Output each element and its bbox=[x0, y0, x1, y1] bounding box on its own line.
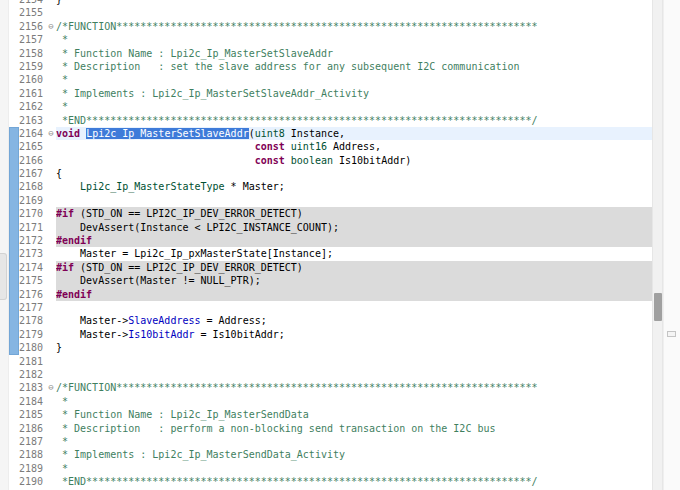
line-number: 2180 bbox=[19, 341, 46, 354]
annotation-ruler bbox=[0, 0, 9, 490]
code-token: * Function Name : Lpi2c_Ip_MasterSendDat… bbox=[56, 409, 309, 420]
code-text[interactable]: * bbox=[56, 73, 652, 86]
code-text[interactable]: /*FUNCTION******************************… bbox=[56, 381, 652, 394]
code-line: 2170#if (STD_ON == LPI2C_IP_DEV_ERROR_DE… bbox=[19, 207, 652, 220]
code-text[interactable] bbox=[56, 194, 652, 207]
code-text[interactable]: /*FUNCTION******************************… bbox=[56, 20, 652, 33]
line-number: 2176 bbox=[19, 288, 46, 301]
code-token: SlaveAddress bbox=[128, 315, 200, 326]
code-text[interactable]: *END************************************… bbox=[56, 114, 652, 127]
overview-annotation-marker[interactable] bbox=[667, 331, 676, 337]
code-text[interactable] bbox=[56, 355, 652, 368]
line-number: 2184 bbox=[19, 395, 46, 408]
code-token: * bbox=[56, 74, 68, 85]
code-text[interactable]: * bbox=[56, 462, 652, 475]
code-token: * bbox=[56, 101, 68, 112]
line-number: 2179 bbox=[19, 328, 46, 341]
code-text[interactable]: * Function Name : Lpi2c_Ip_MasterSetSlav… bbox=[56, 47, 652, 60]
line-number: 2185 bbox=[19, 408, 46, 421]
code-token bbox=[56, 181, 80, 192]
code-token: * Description : set the slave address fo… bbox=[56, 61, 520, 72]
fold-column bbox=[46, 395, 56, 408]
code-line: 2166 const boolean Is10bitAddr) bbox=[19, 154, 652, 167]
code-token: uint8 bbox=[255, 128, 285, 139]
line-number: 2187 bbox=[19, 435, 46, 448]
line-number: 2156 bbox=[19, 20, 46, 33]
code-text[interactable]: * bbox=[56, 395, 652, 408]
code-text[interactable] bbox=[56, 368, 652, 381]
code-text[interactable]: void Lpi2c_Ip_MasterSetSlaveAddr(uint8 I… bbox=[56, 127, 652, 140]
code-text[interactable]: const boolean Is10bitAddr) bbox=[56, 154, 652, 167]
code-line: 2186 * Description : perform a non-block… bbox=[19, 422, 652, 435]
line-number: 2163 bbox=[19, 114, 46, 127]
fold-column bbox=[46, 314, 56, 327]
code-line: 2189 * bbox=[19, 462, 652, 475]
code-text[interactable]: Master->Is10bitAddr = Is10bitAddr; bbox=[56, 328, 652, 341]
code-token: * Master; bbox=[225, 181, 285, 192]
fold-column bbox=[46, 368, 56, 381]
code-text[interactable]: * bbox=[56, 435, 652, 448]
code-token: #endif bbox=[56, 235, 92, 246]
code-text[interactable]: #if (STD_ON == LPI2C_IP_DEV_ERROR_DETECT… bbox=[56, 261, 652, 274]
collapsed-panel-tab[interactable] bbox=[0, 253, 7, 300]
selected-identifier: Lpi2c_Ip_MasterSetSlaveAddr bbox=[86, 128, 249, 139]
code-text[interactable] bbox=[56, 6, 652, 19]
code-token: Address, bbox=[327, 141, 381, 152]
fold-collapse-icon[interactable]: ⊖ bbox=[46, 20, 56, 33]
code-text[interactable]: * bbox=[56, 100, 652, 113]
code-line: 2165 const uint16 Address, bbox=[19, 140, 652, 153]
code-token: * Description : perform a non-blocking s… bbox=[56, 423, 496, 434]
scrollbar-thumb[interactable] bbox=[654, 293, 662, 321]
line-number: 2160 bbox=[19, 73, 46, 86]
fold-collapse-icon[interactable]: ⊖ bbox=[46, 127, 56, 140]
fold-column bbox=[46, 288, 56, 301]
code-text[interactable]: } bbox=[56, 341, 652, 354]
code-line: 2171 DevAssert(Instance < LPI2C_INSTANCE… bbox=[19, 221, 652, 234]
code-text[interactable]: * Implements : Lpi2c_Ip_MasterSendData_A… bbox=[56, 448, 652, 461]
code-text[interactable]: Master = Lpi2c_Ip_pxMasterState[Instance… bbox=[56, 247, 652, 260]
code-text[interactable]: DevAssert(Instance < LPI2C_INSTANCE_COUN… bbox=[56, 221, 652, 234]
code-text[interactable]: * Description : set the slave address fo… bbox=[56, 60, 652, 73]
code-text[interactable]: *END************************************… bbox=[56, 475, 652, 488]
code-token: * bbox=[56, 34, 68, 45]
code-token bbox=[56, 155, 255, 166]
line-number: 2157 bbox=[19, 33, 46, 46]
code-token: const bbox=[255, 141, 285, 152]
code-token: const bbox=[255, 155, 285, 166]
fold-column bbox=[46, 301, 56, 314]
code-text[interactable]: { bbox=[56, 167, 652, 180]
fold-collapse-icon[interactable]: ⊖ bbox=[46, 381, 56, 394]
fold-column bbox=[46, 261, 56, 274]
code-text[interactable]: const uint16 Address, bbox=[56, 140, 652, 153]
code-line: 2177 bbox=[19, 301, 652, 314]
code-line: 2157 * bbox=[19, 33, 652, 46]
fold-column bbox=[46, 328, 56, 341]
fold-column bbox=[46, 422, 56, 435]
code-text[interactable]: * bbox=[56, 33, 652, 46]
code-token: Instance, bbox=[285, 128, 345, 139]
line-number: 2158 bbox=[19, 47, 46, 60]
code-token: *END************************************… bbox=[56, 115, 538, 126]
line-number: 2159 bbox=[19, 60, 46, 73]
code-token: (STD_ON == LPI2C_IP_DEV_ERROR_DETECT) bbox=[74, 208, 303, 219]
code-line: 2164⊖void Lpi2c_Ip_MasterSetSlaveAddr(ui… bbox=[19, 127, 652, 140]
code-text[interactable]: * Function Name : Lpi2c_Ip_MasterSendDat… bbox=[56, 408, 652, 421]
line-number: 2162 bbox=[19, 100, 46, 113]
code-text[interactable]: * Description : perform a non-blocking s… bbox=[56, 422, 652, 435]
line-number: 2174 bbox=[19, 261, 46, 274]
vertical-scrollbar[interactable] bbox=[652, 0, 663, 490]
code-text[interactable]: Master->SlaveAddress = Address; bbox=[56, 314, 652, 327]
code-text[interactable] bbox=[56, 301, 652, 314]
line-number: 2173 bbox=[19, 247, 46, 260]
code-token: boolean bbox=[291, 155, 333, 166]
code-text[interactable]: * Implements : Lpi2c_Ip_MasterSetSlaveAd… bbox=[56, 87, 652, 100]
code-text[interactable]: #endif bbox=[56, 234, 652, 247]
code-line: 2184 * bbox=[19, 395, 652, 408]
code-text[interactable]: DevAssert(Master != NULL_PTR); bbox=[56, 274, 652, 287]
line-number: 2183 bbox=[19, 381, 46, 394]
code-text[interactable]: #if (STD_ON == LPI2C_IP_DEV_ERROR_DETECT… bbox=[56, 207, 652, 220]
code-text[interactable]: Lpi2c_Ip_MasterStateType * Master; bbox=[56, 180, 652, 193]
code-line: 2155 bbox=[19, 6, 652, 19]
code-text[interactable]: #endif bbox=[56, 288, 652, 301]
fold-column bbox=[46, 33, 56, 46]
